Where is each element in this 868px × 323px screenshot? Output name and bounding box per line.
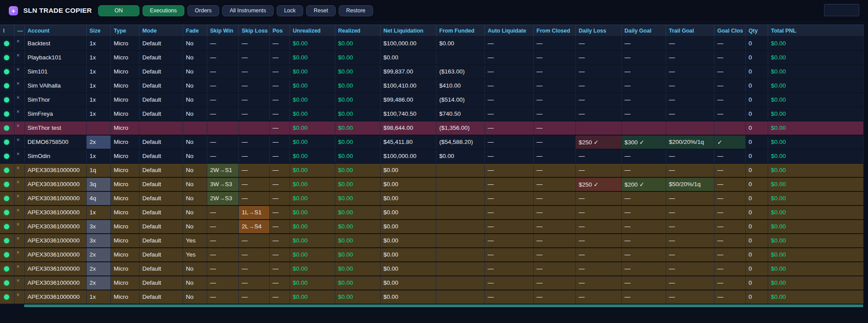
column-header-from_funded[interactable]: From Funded — [436, 25, 484, 37]
cell-from_closed: — — [533, 93, 575, 107]
remove-account-icon[interactable]: × — [17, 95, 20, 101]
cell-close[interactable]: × — [14, 220, 24, 234]
cell-size: 1x — [86, 79, 110, 93]
topbar-button-restore[interactable]: Restore — [339, 5, 373, 16]
remove-account-icon[interactable]: × — [17, 235, 20, 242]
remove-account-icon[interactable]: × — [17, 66, 20, 73]
account-row[interactable]: ×APEX303610000002xMicroDefaultYes———$0.0… — [0, 248, 863, 262]
cell-close[interactable]: × — [14, 93, 24, 107]
column-header-fade[interactable]: Fade — [183, 25, 207, 37]
cell-close[interactable]: × — [14, 191, 24, 206]
column-header-auto_liq[interactable]: Auto Liquidate — [484, 25, 533, 37]
account-row[interactable]: ×Backtest1xMicroDefaultNo———$0.00$0.00$1… — [0, 37, 863, 51]
remove-account-icon[interactable]: × — [17, 151, 20, 157]
remove-account-icon[interactable]: × — [17, 52, 20, 59]
account-row[interactable]: ×APEX303610000001qMicroDefaultNo2W→S1——$… — [0, 163, 863, 177]
remove-account-icon[interactable]: × — [17, 250, 20, 256]
cell-close[interactable]: × — [14, 121, 24, 135]
cell-close[interactable]: × — [14, 177, 24, 191]
cell-from_funded: ($163.00) — [436, 65, 484, 79]
remove-account-icon[interactable]: × — [17, 264, 20, 270]
cell-skip_loss: — — [238, 163, 269, 177]
topbar-button-on[interactable]: ON — [98, 5, 139, 16]
cell-mode: Default — [139, 163, 183, 177]
account-row[interactable]: ×APEX303610000003xMicroDefaultYes———$0.0… — [0, 234, 863, 248]
remove-account-icon[interactable]: × — [17, 221, 20, 228]
cell-skip_win: — — [207, 206, 238, 220]
remove-account-icon[interactable]: × — [17, 38, 20, 44]
accounts-table-wrap: l—AccountSizeTypeModeFadeSkip WinSkip Lo… — [0, 25, 868, 307]
cell-fade: No — [183, 220, 207, 234]
topbar-button-lock[interactable]: Lock — [277, 5, 303, 16]
cell-realized: $0.00 — [335, 93, 380, 107]
account-row[interactable]: ×APEX303610000001xMicroDefaultNo—1L→S1—$… — [0, 206, 863, 220]
account-row[interactable]: ×APEX303610000004qMicroDefaultNo2W→S3——$… — [0, 191, 863, 206]
account-row[interactable]: ×SimFreya1xMicroDefaultNo———$0.00$0.00$1… — [0, 107, 863, 121]
column-header-skip_loss[interactable]: Skip Loss — [238, 25, 269, 37]
remove-account-icon[interactable]: × — [17, 123, 20, 129]
topbar-button-all-instruments[interactable]: All Instruments — [222, 5, 274, 16]
cell-close[interactable]: × — [14, 79, 24, 93]
cell-close[interactable]: × — [14, 262, 24, 276]
column-header-total_pnl[interactable]: Total PNL — [768, 25, 863, 37]
cell-close[interactable]: × — [14, 276, 24, 290]
topbar-input[interactable] — [824, 4, 859, 16]
remove-account-icon[interactable]: × — [17, 137, 20, 143]
cell-close[interactable]: × — [14, 248, 24, 262]
remove-account-icon[interactable]: × — [17, 292, 20, 298]
account-row[interactable]: ×APEX303610000002xMicroDefaultNo———$0.00… — [0, 276, 863, 290]
account-row[interactable]: ×Sim1011xMicroDefaultNo———$0.00$0.00$99,… — [0, 65, 863, 79]
cell-close[interactable]: × — [14, 37, 24, 51]
cell-close[interactable]: × — [14, 149, 24, 163]
column-header-goal_close[interactable]: Goal Clos — [714, 25, 745, 37]
remove-account-icon[interactable]: × — [17, 278, 20, 284]
account-row[interactable]: ×SimOdin1xMicroDefaultNo———$0.00$0.00$10… — [0, 149, 863, 163]
account-row[interactable]: ×DEMO67585002xMicroDefaultNo———$0.00$0.0… — [0, 135, 863, 149]
remove-account-icon[interactable]: × — [17, 207, 20, 213]
cell-close[interactable]: × — [14, 290, 24, 304]
topbar-button-executions[interactable]: Executions — [143, 5, 184, 16]
account-row[interactable]: ×Playback1011xMicroDefaultNo———$0.00$0.0… — [0, 51, 863, 65]
column-header-realized[interactable]: Realized — [335, 25, 380, 37]
cell-unrealized: $0.00 — [289, 206, 335, 220]
column-header-close[interactable]: — — [14, 25, 24, 37]
remove-account-icon[interactable]: × — [17, 193, 20, 199]
column-header-account[interactable]: Account — [24, 25, 86, 37]
cell-close[interactable]: × — [14, 206, 24, 220]
column-header-daily_loss[interactable]: Daily Loss — [575, 25, 621, 37]
column-header-size[interactable]: Size — [86, 25, 110, 37]
account-row[interactable]: ×APEX303610000003xMicroDefaultNo—2L→S4—$… — [0, 220, 863, 234]
cell-daily_goal: — — [621, 276, 666, 290]
cell-close[interactable]: × — [14, 234, 24, 248]
column-header-daily_goal[interactable]: Daily Goal — [621, 25, 666, 37]
remove-account-icon[interactable]: × — [17, 109, 20, 115]
column-header-trail_goal[interactable]: Trail Goal — [666, 25, 714, 37]
column-header-from_closed[interactable]: From Closed — [533, 25, 575, 37]
column-header-status[interactable]: l — [0, 25, 14, 37]
account-row[interactable]: ×SimThor testMicro—$0.00$0.00$98,644.00(… — [0, 121, 863, 135]
cell-close[interactable]: × — [14, 65, 24, 79]
remove-account-icon[interactable]: × — [17, 179, 20, 185]
column-header-net_liq[interactable]: Net Liquidation — [380, 25, 436, 37]
column-header-qty[interactable]: Qty — [745, 25, 768, 37]
account-row[interactable]: ×APEX303610000003qMicroDefaultNo3W→S3——$… — [0, 177, 863, 191]
column-header-skip_win[interactable]: Skip Win — [207, 25, 238, 37]
column-header-unrealized[interactable]: Unrealized — [289, 25, 335, 37]
account-row[interactable]: ×APEX303610000001xMicroDefaultNo———$0.00… — [0, 290, 863, 304]
topbar-button-reset[interactable]: Reset — [306, 5, 336, 16]
column-header-pos[interactable]: Pos — [269, 25, 289, 37]
column-header-type[interactable]: Type — [110, 25, 139, 37]
remove-account-icon[interactable]: × — [17, 81, 20, 87]
cell-close[interactable]: × — [14, 163, 24, 177]
column-header-mode[interactable]: Mode — [139, 25, 183, 37]
topbar-button-orders[interactable]: Orders — [187, 5, 219, 16]
cell-close[interactable]: × — [14, 51, 24, 65]
account-row[interactable]: ×SimThor1xMicroDefaultNo———$0.00$0.00$99… — [0, 93, 863, 107]
account-row[interactable]: ×Sim VAlhalla1xMicroDefaultNo———$0.00$0.… — [0, 79, 863, 93]
remove-account-icon[interactable]: × — [17, 165, 20, 171]
account-row[interactable]: ×APEX303610000002xMicroDefaultNo———$0.00… — [0, 262, 863, 276]
cell-close[interactable]: × — [14, 107, 24, 121]
cell-close[interactable]: × — [14, 135, 24, 149]
cell-type: Micro — [110, 177, 139, 191]
cell-total_pnl: $0.00 — [768, 37, 863, 51]
